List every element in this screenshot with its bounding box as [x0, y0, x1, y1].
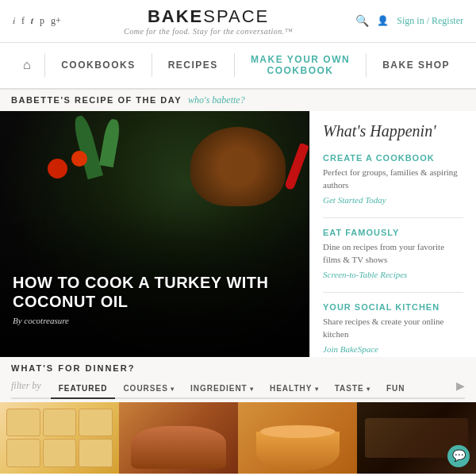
eat-famously-link[interactable]: Screen-to-Table Recipes [323, 270, 463, 279]
top-bar: 𝑖 f 𝒕 p g+ BAKESPACE Come for the food. … [0, 0, 476, 43]
nav-cookbooks[interactable]: COOKBOOKS [45, 48, 152, 82]
nav-make-own[interactable]: MAKE YOUR OWNCOOKBOOK [235, 43, 366, 88]
cookie-2 [43, 409, 77, 437]
thumbnail-2[interactable] [119, 402, 238, 474]
cookie-1 [6, 409, 40, 437]
logo[interactable]: BAKESPACE [61, 6, 356, 27]
sidebar-divider-1 [323, 217, 463, 218]
filter-tab-courses[interactable]: COURSES [115, 379, 182, 399]
sidebar: What's Happenin' CREATE A COOKBOOK Perfe… [309, 111, 476, 357]
nav-bake-shop[interactable]: BAKE SHOP [367, 48, 466, 82]
cookie-grid [0, 402, 119, 474]
chat-bubble[interactable]: 💬 [447, 445, 470, 467]
dinner-title: WHAT'S FOR DINNER? [11, 363, 465, 373]
eat-famously-title: EAT FAMOUSLY [323, 228, 463, 237]
recipe-of-day-label: BABETTE'S RECIPE OF THE DAY [11, 95, 182, 105]
filter-scroll-icon[interactable]: ▶ [456, 379, 465, 397]
sidebar-divider-2 [323, 292, 463, 293]
hero-title[interactable]: HOW TO COOK A TURKEY WITH COCONUT OIL [13, 273, 309, 311]
turkey-image [190, 127, 286, 206]
sidebar-heading: What's Happenin' [323, 122, 463, 140]
filter-tab-taste[interactable]: TASTE [327, 379, 378, 399]
soup-surface [260, 425, 336, 438]
create-cookbook-title: CREATE A COOKBOOK [323, 153, 463, 163]
filter-tab-featured[interactable]: FEATURED [51, 379, 116, 399]
cookie-5 [43, 439, 77, 467]
logo-space: SPACE [203, 6, 269, 26]
thumbnail-row: 💬 [0, 402, 476, 474]
create-cookbook-link[interactable]: Get Started Today [323, 195, 463, 205]
twitter-icon[interactable]: 𝒕 [31, 15, 33, 27]
nav-bar: ⌂ COOKBOOKS RECIPES MAKE YOUR OWNCOOKBOO… [0, 43, 476, 90]
thumbnail-1[interactable] [0, 402, 119, 474]
eat-famously-text: Dine on recipes from your favorite films… [323, 240, 463, 267]
nav-home[interactable]: ⌂ [10, 48, 44, 82]
sidebar-section-eat: EAT FAMOUSLY Dine on recipes from your f… [323, 228, 463, 279]
chat-icon: 💬 [452, 449, 466, 463]
vegetable-2 [99, 118, 121, 167]
main-content: HOW TO COOK A TURKEY WITH COCONUT OIL By… [0, 111, 476, 357]
recipe-of-day-header: BABETTE'S RECIPE OF THE DAY who's babett… [0, 90, 476, 111]
thumbnail-3[interactable] [238, 402, 357, 474]
create-cookbook-text: Perfect for groups, families & aspiring … [323, 166, 463, 192]
tomato-2 [71, 151, 87, 167]
social-kitchen-title: YOUR SOCIAL KITCHEN [323, 302, 463, 312]
tomato-1 [48, 159, 67, 178]
instagram-icon[interactable]: 𝑖 [13, 15, 15, 27]
sidebar-section-kitchen: YOUR SOCIAL KITCHEN Share recipes & crea… [323, 302, 463, 354]
cookie-6 [79, 439, 113, 467]
dinner-section: WHAT'S FOR DINNER? filter by FEATURED CO… [0, 357, 476, 402]
vegetable-1 [71, 114, 103, 179]
social-kitchen-text: Share recipes & create your online kitch… [323, 315, 463, 341]
bread-shape [131, 426, 226, 469]
nav-recipes[interactable]: RECIPES [152, 48, 234, 82]
social-kitchen-link[interactable]: Join BakeSpace [323, 344, 463, 354]
gplus-icon[interactable]: g+ [51, 15, 61, 27]
cookie-3 [79, 409, 113, 437]
filter-tab-ingredient[interactable]: INGREDIENT [182, 379, 262, 399]
logo-area: BAKESPACE Come for the food. Stay for th… [61, 6, 356, 36]
top-right: 🔍 👤 Sign in / Register [355, 14, 463, 28]
user-icon: 👤 [377, 15, 389, 27]
logo-tagline: Come for the food. Stay for the conversa… [61, 27, 356, 36]
pinterest-icon[interactable]: p [40, 15, 44, 27]
sidebar-section-create: CREATE A COOKBOOK Perfect for groups, fa… [323, 153, 463, 205]
signin-link[interactable]: Sign in / Register [397, 15, 463, 27]
soup-bowl [256, 432, 340, 471]
hero-text: HOW TO COOK A TURKEY WITH COCONUT OIL By… [13, 273, 309, 325]
hero-area[interactable]: HOW TO COOK A TURKEY WITH COCONUT OIL By… [0, 111, 309, 357]
thumbnail-4[interactable]: 💬 [357, 402, 476, 474]
whos-babette-link[interactable]: who's babette? [188, 94, 245, 106]
pepper [284, 143, 309, 190]
logo-bake: BAKE [148, 6, 203, 26]
hero-author: By cocotreasure [13, 316, 309, 325]
filter-tab-healthy[interactable]: HEALTHY [262, 379, 327, 399]
filter-bar: filter by FEATURED COURSES INGREDIENT HE… [11, 379, 465, 399]
filter-label: filter by [11, 380, 41, 397]
cookie-4 [6, 439, 40, 467]
filter-tab-fun[interactable]: FUN [378, 379, 413, 399]
facebook-icon[interactable]: f [21, 15, 25, 27]
search-icon[interactable]: 🔍 [355, 14, 369, 28]
social-icons: 𝑖 f 𝒕 p g+ [13, 15, 61, 27]
